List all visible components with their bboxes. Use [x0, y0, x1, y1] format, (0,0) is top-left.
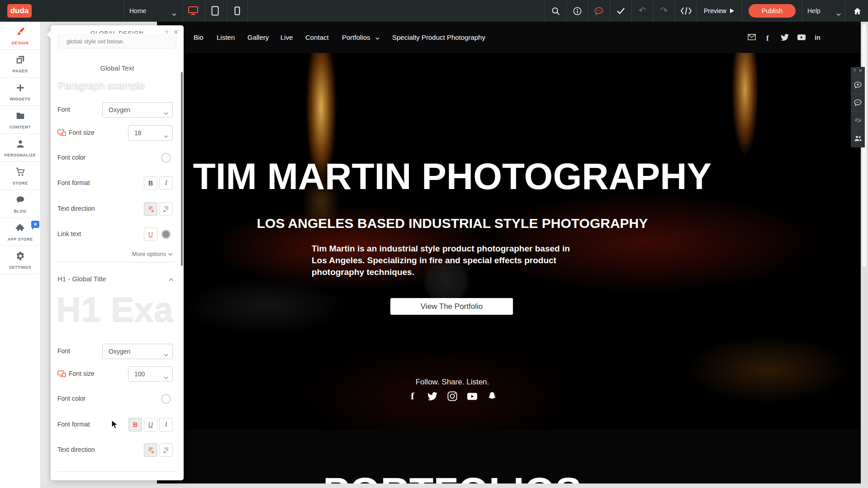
chevron-down-icon: [164, 373, 168, 380]
mobile-view-button[interactable]: [231, 5, 243, 16]
sidebar-item-store[interactable]: STORE: [0, 162, 40, 190]
h1-font-format-label: Font format: [57, 421, 90, 428]
nav-link-portfolios[interactable]: Portfolios: [342, 22, 379, 53]
nav-link-bio[interactable]: Bio: [194, 22, 204, 53]
add-comment-button[interactable]: [851, 76, 865, 94]
toolbar-close-icon[interactable]: ✕: [859, 68, 863, 74]
comments-button[interactable]: [851, 94, 865, 111]
font-format-label: Font format: [57, 179, 90, 186]
sidebar-item-design[interactable]: DESIGN: [0, 22, 40, 50]
sidebar-item-content[interactable]: CONTENT: [0, 106, 40, 134]
dev-mode-button[interactable]: [680, 6, 692, 15]
collaborators-button[interactable]: [851, 129, 865, 147]
page-selector[interactable]: Home: [129, 0, 146, 22]
direction-ltr-button[interactable]: [144, 202, 157, 216]
direction-rtl-button[interactable]: [159, 202, 173, 216]
horizontal-scrollbar[interactable]: [41, 483, 868, 488]
h1-font-size-select[interactable]: 100: [128, 366, 173, 382]
redo-icon: ↷: [660, 5, 668, 15]
h1-font-color-swatch[interactable]: [161, 394, 171, 404]
hero-subtitle[interactable]: LOS ANGELES BASED INDUSTRIAL STYLE PHOTO…: [157, 216, 748, 231]
sidebar-item-widgets[interactable]: WIDGETS: [0, 78, 40, 106]
nav-link-specialty[interactable]: Specialty Product Photography: [392, 22, 485, 53]
bold-button[interactable]: B: [144, 176, 157, 190]
youtube-icon: [797, 34, 806, 40]
h1-font-label: Font: [57, 347, 70, 355]
save-check-button[interactable]: [616, 6, 625, 15]
twitter-icon: [427, 392, 437, 401]
dashboard-home-button[interactable]: [853, 6, 862, 15]
twitter-link[interactable]: [427, 391, 437, 401]
underline-glyph: U: [148, 231, 153, 238]
sidebar-item-settings[interactable]: SETTINGS: [0, 246, 40, 274]
code-icon: [680, 7, 692, 15]
undo-button[interactable]: ↶: [637, 0, 648, 22]
instagram-icon: [447, 391, 457, 401]
h1-font-select[interactable]: Oxygen: [102, 344, 173, 359]
mobile-icon: [234, 6, 240, 15]
panel-note-text: global style set below.: [66, 38, 123, 45]
nav-link-listen[interactable]: Listen: [217, 22, 235, 53]
h1-italic-button[interactable]: I: [159, 418, 173, 431]
snapchat-link[interactable]: [487, 391, 497, 401]
link-color-swatch[interactable]: [161, 229, 171, 239]
underline-button[interactable]: U: [144, 227, 157, 241]
nav-link-live[interactable]: Live: [280, 22, 293, 53]
tablet-view-button[interactable]: [209, 5, 221, 16]
font-size-select[interactable]: 18: [128, 125, 173, 141]
h1-font-select-value: Oxygen: [109, 348, 130, 355]
search-button[interactable]: [551, 6, 560, 15]
sidebar-item-app-store[interactable]: APP STORE ★: [0, 218, 40, 246]
help-menu[interactable]: Help: [807, 0, 821, 22]
feedback-button[interactable]: [594, 6, 603, 15]
desktop-view-button[interactable]: [187, 5, 199, 16]
nav-link-gallery[interactable]: Gallery: [247, 22, 269, 53]
email-link[interactable]: [748, 34, 756, 41]
chevron-up-icon[interactable]: [169, 275, 174, 283]
h1-font-size-label-text: Font size: [69, 370, 95, 377]
person-icon: [0, 139, 40, 149]
preview-button[interactable]: Preview: [704, 0, 726, 22]
hero-body-text[interactable]: Tim Martin is an industrial style produc…: [312, 243, 576, 278]
italic-button[interactable]: I: [159, 176, 173, 190]
chevron-down-icon[interactable]: [172, 9, 176, 18]
font-select[interactable]: Oxygen: [102, 102, 173, 118]
youtube-link[interactable]: [797, 34, 806, 41]
facebook-link[interactable]: f: [766, 34, 774, 41]
h1-direction-rtl-button[interactable]: [159, 443, 173, 457]
h1-underline-button[interactable]: U: [144, 418, 157, 431]
plus-icon: [0, 83, 40, 93]
sidebar-item-personalize[interactable]: PERSONALIZE: [0, 134, 40, 162]
divider: [802, 0, 802, 22]
sidebar-item-blog[interactable]: BLOG: [0, 190, 40, 218]
h1-bold-button[interactable]: B: [128, 418, 142, 431]
facebook-icon: f: [766, 34, 769, 43]
panel-note: global style set below.: [58, 33, 176, 48]
instagram-link[interactable]: [447, 391, 457, 401]
facebook-link[interactable]: f: [408, 391, 417, 401]
more-options-link[interactable]: More options: [132, 251, 173, 257]
sidebar-item-pages[interactable]: PAGES: [0, 50, 40, 78]
sidebar-item-label: PAGES: [0, 69, 40, 73]
font-color-label: Font color: [57, 154, 85, 161]
redo-button[interactable]: ↷: [659, 0, 669, 22]
nav-link-contact[interactable]: Contact: [305, 22, 329, 53]
chevron-down-icon[interactable]: [836, 9, 841, 18]
hide-elements-button[interactable]: [851, 111, 865, 129]
panel-scrollbar[interactable]: [181, 72, 183, 266]
publish-button[interactable]: Publish: [749, 4, 796, 18]
tablet-icon: [211, 6, 219, 16]
hero-title[interactable]: TIM MARTIN PHOTOGRAPHY: [157, 155, 748, 198]
font-color-swatch[interactable]: [161, 153, 171, 163]
toolbar-help-icon[interactable]: ?: [853, 68, 856, 74]
youtube-link[interactable]: [467, 391, 477, 401]
info-button[interactable]: [573, 6, 582, 15]
sidebar-item-label: CONTENT: [0, 125, 40, 129]
h1-direction-ltr-button[interactable]: [144, 443, 157, 457]
h1-font-size-label: Font size: [57, 370, 95, 377]
view-portfolio-button[interactable]: View The Portfolio: [390, 298, 513, 315]
duda-logo[interactable]: duda: [7, 4, 32, 18]
portfolios-title[interactable]: PORTFOLIOS: [157, 469, 748, 483]
linkedin-link[interactable]: in: [815, 34, 823, 41]
twitter-link[interactable]: [781, 34, 789, 41]
